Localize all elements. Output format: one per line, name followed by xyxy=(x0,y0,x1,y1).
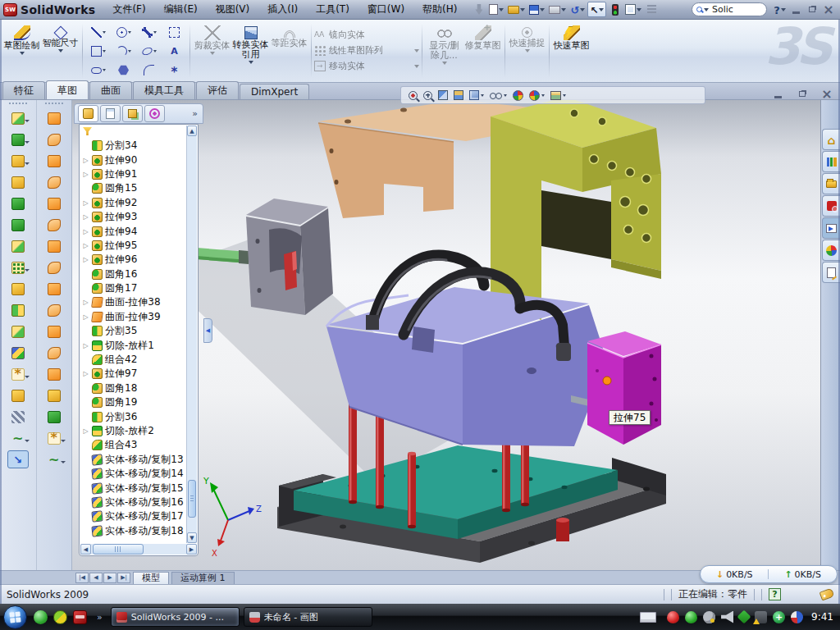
dropdown-arrow[interactable] xyxy=(25,141,30,146)
toolbar-button[interactable] xyxy=(43,216,65,234)
headsup-button[interactable] xyxy=(513,90,523,101)
tag-icon[interactable] xyxy=(819,588,835,601)
command-tab[interactable]: 模具工具 xyxy=(133,81,195,99)
toolbar-button[interactable] xyxy=(43,173,65,191)
dropdown-arrow[interactable] xyxy=(580,8,585,11)
expand-arrow-icon[interactable] xyxy=(82,228,89,235)
dropdown-arrow[interactable] xyxy=(128,31,131,34)
dropdown-arrow[interactable] xyxy=(153,50,157,52)
task-pane-tab[interactable] xyxy=(822,240,840,261)
tree-item[interactable]: 分割36 xyxy=(82,409,185,423)
dropdown-arrow[interactable] xyxy=(561,8,566,11)
tree-item[interactable]: 圆角18 xyxy=(82,381,185,395)
command-tab[interactable]: 曲面 xyxy=(89,81,132,99)
dropdown-arrow[interactable] xyxy=(25,269,30,274)
toolbar-button[interactable] xyxy=(43,301,65,319)
command-tab[interactable]: 评估 xyxy=(196,81,239,99)
toolbar-button[interactable] xyxy=(7,173,29,191)
tree-item[interactable]: 拉伸95 xyxy=(82,239,185,253)
tree-item[interactable]: 组合43 xyxy=(82,438,185,452)
sketch-entity-button[interactable] xyxy=(162,42,187,61)
sketch-entity-button[interactable] xyxy=(136,23,162,42)
toolbar-button[interactable] xyxy=(7,216,29,234)
tree-item[interactable]: 实体-移动/复制18 xyxy=(82,524,185,538)
convert-entities-button[interactable]: 转换实体引用 xyxy=(231,23,270,64)
scroll-down-button[interactable]: ▼ xyxy=(187,532,197,543)
menu-item[interactable]: 帮助(H) xyxy=(413,2,466,16)
dropdown-arrow[interactable] xyxy=(61,461,66,466)
antivirus-red-shield-icon[interactable] xyxy=(667,611,679,623)
document-tab[interactable]: 模型 xyxy=(133,572,169,584)
dropdown-arrow[interactable] xyxy=(103,31,106,34)
volume-icon[interactable] xyxy=(721,611,733,623)
toolbar-button[interactable] xyxy=(7,109,29,127)
tree-vertical-scrollbar[interactable]: ▲ ▼ xyxy=(186,126,197,543)
previous-tab-button[interactable] xyxy=(89,573,103,583)
expand-arrow-icon[interactable] xyxy=(82,427,89,435)
command-tab[interactable]: DimXpert xyxy=(240,84,309,99)
network-speed-widget[interactable]: 0KB/S 0KB/S xyxy=(700,565,838,583)
expand-arrow-icon[interactable] xyxy=(82,256,89,263)
toolbar-button[interactable] xyxy=(43,194,65,212)
security-green-shield-icon[interactable] xyxy=(685,611,697,623)
scroll-right-button[interactable]: ▶ xyxy=(186,544,197,555)
panel-tab-button[interactable] xyxy=(78,105,98,122)
expand-arrow-icon[interactable] xyxy=(82,171,89,178)
scroll-left-button[interactable]: ◀ xyxy=(80,544,91,555)
tree-item[interactable]: 实体-移动/复制14 xyxy=(82,467,185,481)
offset-entities-button[interactable]: 等距实体 xyxy=(270,23,308,48)
dropdown-arrow[interactable] xyxy=(25,162,30,167)
toolbar-button[interactable] xyxy=(43,130,65,148)
toolbar-button[interactable] xyxy=(43,237,65,255)
quick-snaps-button[interactable]: 快速捕捉 xyxy=(508,23,546,52)
task-pane-tab[interactable] xyxy=(822,217,840,239)
tree-item[interactable]: 曲面-拉伸38 xyxy=(82,295,185,309)
green-flag-icon[interactable] xyxy=(737,610,751,624)
expand-arrow-icon[interactable] xyxy=(82,199,89,207)
tree-item[interactable]: 实体-移动/复制15 xyxy=(82,481,185,495)
dropdown-arrow[interactable] xyxy=(103,69,106,71)
input-keyboard-icon[interactable] xyxy=(640,612,656,623)
toolbar-button[interactable] xyxy=(772,2,788,17)
expand-arrow-icon[interactable] xyxy=(82,342,89,349)
dropdown-arrow[interactable] xyxy=(481,94,484,97)
tree-item[interactable]: 组合42 xyxy=(82,353,185,367)
toolbar-button[interactable] xyxy=(644,2,660,17)
dropdown-arrow[interactable] xyxy=(599,8,604,11)
tree-item[interactable]: 拉伸90 xyxy=(82,153,185,167)
menu-item[interactable]: 工具(T) xyxy=(307,2,358,16)
tree-item[interactable]: 切除-放样2 xyxy=(82,424,185,438)
menu-item[interactable]: 窗口(W) xyxy=(358,2,413,16)
solidworks-quick-icon[interactable] xyxy=(73,610,87,624)
dropdown-arrow[interactable] xyxy=(563,94,566,97)
start-button[interactable] xyxy=(3,605,27,629)
tree-item[interactable]: 拉伸92 xyxy=(82,196,185,210)
restore-button[interactable] xyxy=(804,2,820,16)
model-slide-block[interactable] xyxy=(587,331,661,445)
headsup-button[interactable] xyxy=(438,90,448,100)
password-key-icon[interactable] xyxy=(703,611,715,623)
trim-entities-button[interactable]: 剪裁实体 xyxy=(193,23,231,55)
toolbar-button[interactable] xyxy=(7,194,29,212)
headsup-button[interactable] xyxy=(490,92,507,99)
taskbar-window-button[interactable]: 未命名 - 画图 xyxy=(244,607,372,627)
next-tab-button[interactable] xyxy=(103,573,116,583)
search-box[interactable] xyxy=(692,2,767,16)
tree-item[interactable]: 拉伸96 xyxy=(82,253,185,267)
headsup-button[interactable] xyxy=(454,90,463,100)
doc-minimize-button[interactable] xyxy=(769,87,786,101)
tree-item[interactable]: 实体-移动/复制17 xyxy=(82,509,185,523)
toolbar-button[interactable] xyxy=(527,2,546,17)
document-tab[interactable]: 运动算例 1 xyxy=(171,572,235,584)
toolbar-button[interactable] xyxy=(7,322,29,340)
taskbar-clock[interactable]: 9:41 xyxy=(808,611,840,623)
tree-item[interactable]: 圆角15 xyxy=(82,181,185,195)
dropdown-arrow[interactable] xyxy=(25,120,30,125)
tree-item[interactable]: 圆角16 xyxy=(82,267,185,281)
horizontal-scroll-thumb[interactable] xyxy=(93,544,144,555)
command-tab[interactable]: 特征 xyxy=(2,81,45,99)
rapid-sketch-button[interactable]: 快速草图 xyxy=(552,23,591,51)
toolbar-button[interactable] xyxy=(7,130,29,148)
smart-dimension-dropdown-arrow[interactable] xyxy=(58,49,63,52)
toolbar-button[interactable] xyxy=(607,2,623,17)
